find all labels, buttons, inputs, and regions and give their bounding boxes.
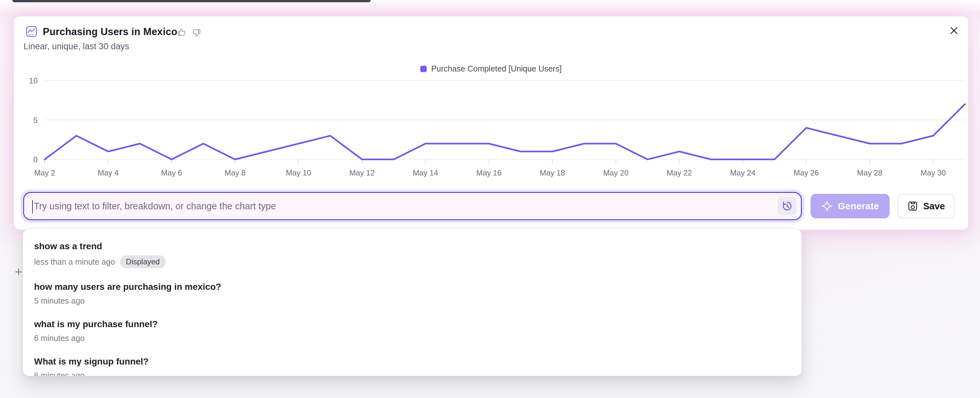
svg-text:0: 0 (33, 155, 38, 164)
close-button[interactable] (948, 25, 960, 37)
svg-text:May 4: May 4 (98, 168, 119, 177)
history-item-time: 6 minutes ago (34, 371, 84, 376)
history-item[interactable]: What is my signup funnel? 6 minutes ago (34, 353, 791, 376)
history-item[interactable]: what is my purchase funnel? 6 minutes ag… (34, 315, 791, 353)
svg-text:May 10: May 10 (286, 168, 311, 177)
ai-prompt-input[interactable] (24, 193, 801, 219)
history-item-time: 5 minutes ago (34, 296, 84, 305)
save-button[interactable]: Save (897, 194, 955, 218)
svg-text:May 16: May 16 (476, 168, 501, 177)
history-item-time: 6 minutes ago (34, 333, 84, 343)
line-chart: 0510May 2May 4May 6May 8May 10May 12May … (14, 16, 968, 190)
svg-text:May 14: May 14 (413, 168, 438, 177)
save-label: Save (923, 201, 945, 211)
history-item-meta: less than a minute ago Displayed (34, 255, 791, 268)
sparkle-icon (821, 200, 833, 212)
history-button[interactable] (778, 197, 796, 215)
save-icon (907, 200, 919, 212)
card-title: Purchasing Users in Mexico (43, 26, 178, 38)
thumbs-down-button[interactable] (191, 27, 202, 38)
history-item[interactable]: show as a trend less than a minute ago D… (34, 237, 791, 278)
history-clock-icon (782, 201, 792, 211)
svg-text:May 22: May 22 (667, 168, 692, 177)
history-item-meta: 5 minutes ago (34, 296, 791, 305)
history-item-time: less than a minute ago (34, 257, 115, 267)
svg-text:May 6: May 6 (161, 168, 182, 177)
history-item-title: show as a trend (34, 241, 791, 252)
svg-text:10: 10 (29, 76, 38, 85)
legend-label: Purchase Completed [Unique Users] (431, 64, 562, 74)
svg-text:May 26: May 26 (794, 168, 819, 177)
svg-text:May 2: May 2 (34, 168, 55, 177)
history-dropdown: show as a trend less than a minute ago D… (23, 229, 802, 376)
window-top-edge (12, 0, 371, 2)
displayed-badge: Displayed (120, 255, 165, 268)
page-root: + Purchasing Users in Mexico Linear, uni… (0, 0, 980, 398)
text-caret (32, 200, 33, 214)
svg-text:May 20: May 20 (603, 168, 628, 177)
plus-button[interactable]: + (15, 265, 22, 279)
generate-button[interactable]: Generate (811, 194, 890, 218)
history-item-title: What is my signup funnel? (34, 356, 791, 368)
svg-text:May 24: May 24 (730, 168, 756, 177)
svg-text:May 18: May 18 (540, 168, 565, 177)
history-item[interactable]: how many users are purchasing in mexico?… (34, 278, 791, 315)
card-subtitle: Linear, unique, last 30 days (24, 42, 129, 51)
history-item-meta: 6 minutes ago (34, 371, 791, 376)
legend-swatch (420, 66, 427, 72)
svg-text:5: 5 (33, 116, 38, 125)
generate-label: Generate (838, 201, 879, 211)
svg-text:May 12: May 12 (350, 168, 375, 177)
chart-legend: Purchase Completed [Unique Users] (14, 64, 968, 74)
thumbs-up-button[interactable] (177, 27, 187, 38)
chart-card: Purchasing Users in Mexico Linear, uniqu… (13, 16, 969, 230)
ai-prompt-field (23, 192, 802, 220)
chart-type-icon (25, 26, 38, 38)
svg-text:May 8: May 8 (224, 168, 245, 177)
history-item-title: what is my purchase funnel? (34, 318, 791, 330)
svg-text:May 30: May 30 (921, 168, 946, 177)
history-item-meta: 6 minutes ago (34, 333, 791, 343)
svg-text:May 28: May 28 (857, 168, 883, 177)
history-item-title: how many users are purchasing in mexico? (34, 281, 791, 293)
